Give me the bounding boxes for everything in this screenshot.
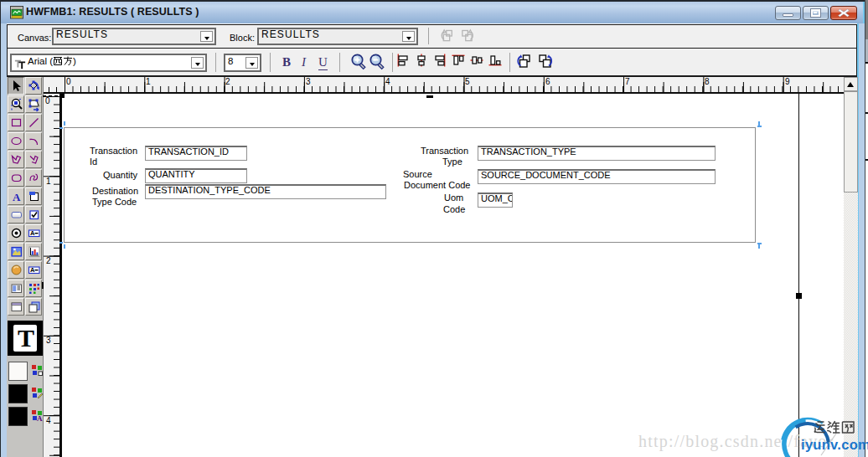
svg-text:A: A: [13, 191, 21, 203]
svg-text:A: A: [30, 266, 35, 274]
svg-text:A: A: [30, 229, 35, 237]
svg-text:A: A: [37, 414, 43, 422]
